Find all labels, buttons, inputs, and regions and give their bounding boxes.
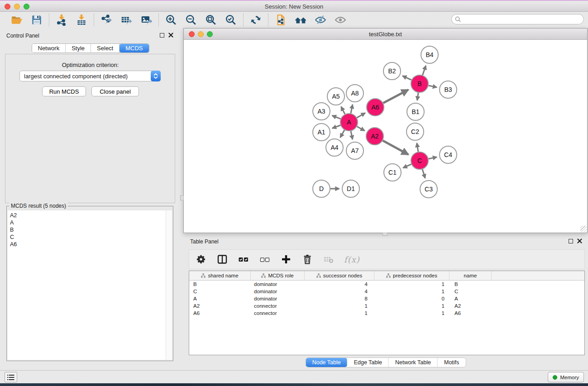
window-resize-grip[interactable] <box>580 226 587 232</box>
table-cell[interactable]: dominator <box>251 295 305 302</box>
network-canvas[interactable]: B4B2BB3A8A5A6A3B1AA1C2A2A4A7C4CC1C3DD1 <box>184 40 587 233</box>
tab-edge-table[interactable]: Edge Table <box>348 358 389 367</box>
mcds-result-item[interactable]: A <box>10 219 166 226</box>
tab-style[interactable]: Style <box>66 44 91 52</box>
graph-node-label: D1 <box>347 185 355 192</box>
tab-select[interactable]: Select <box>91 44 120 52</box>
column-header[interactable]: MCDS role <box>251 271 305 280</box>
tab-network[interactable]: Network <box>32 44 66 52</box>
delete-column-button[interactable] <box>301 253 313 265</box>
column-header[interactable]: name <box>449 271 492 280</box>
close-panel-icon[interactable] <box>577 238 582 243</box>
tab-network-table[interactable]: Network Table <box>389 358 438 367</box>
table-panel-tabs: Node TableEdge TableNetwork TableMotifs <box>306 357 466 367</box>
table-row[interactable]: Cdominator41C <box>189 288 584 295</box>
add-column-button[interactable] <box>280 253 292 265</box>
column-header[interactable]: predecessor nodes <box>374 271 449 280</box>
table-cell[interactable]: connector <box>251 310 305 317</box>
table-cell[interactable]: A <box>189 295 251 302</box>
columns-button[interactable] <box>216 253 228 265</box>
hide-eye-button[interactable] <box>314 14 327 26</box>
import-network-button[interactable] <box>55 14 68 26</box>
table-row[interactable]: A2connector11A2 <box>189 302 584 310</box>
function-builder-button[interactable]: f(x) <box>344 253 360 265</box>
table-cell[interactable]: B <box>189 281 251 288</box>
table-row[interactable]: Bdominator41B <box>189 281 584 288</box>
table-cell[interactable]: 8 <box>305 295 374 302</box>
show-eye-button[interactable] <box>334 14 347 26</box>
table-cell[interactable]: dominator <box>251 288 305 295</box>
graph-edge-A-A8 <box>351 105 353 113</box>
graph-node-label: A6 <box>371 104 379 111</box>
table-cell[interactable]: dominator <box>251 281 305 288</box>
table-cell[interactable]: 4 <box>305 281 374 288</box>
gear-button[interactable] <box>195 253 207 265</box>
table-cell[interactable]: connector <box>251 302 305 310</box>
memory-button[interactable]: Memory <box>548 372 584 382</box>
table-cell[interactable]: 1 <box>374 302 449 310</box>
table-cell[interactable]: 1 <box>374 288 449 295</box>
search-input[interactable] <box>463 15 583 24</box>
table-row[interactable]: A6connector11A6 <box>189 310 584 317</box>
mcds-result-item[interactable]: A6 <box>10 241 166 248</box>
close-panel-button[interactable]: Close panel <box>91 86 139 96</box>
table-cell[interactable]: A2 <box>449 302 492 310</box>
table-cell[interactable]: 1 <box>305 302 374 310</box>
table-cell[interactable]: A6 <box>189 310 251 317</box>
table-cell[interactable]: 4 <box>305 288 374 295</box>
mcds-result-item[interactable]: B <box>10 226 166 234</box>
graph-edge-A-A2 <box>357 127 365 131</box>
graph-node-label: A1 <box>317 129 325 136</box>
table-cell[interactable]: A2 <box>189 302 251 310</box>
table-cell[interactable]: 1 <box>374 310 449 317</box>
refresh-button[interactable] <box>249 14 262 26</box>
mcds-result-item[interactable]: C <box>10 234 166 241</box>
export-image-button[interactable] <box>140 14 153 26</box>
table-cell[interactable]: 0 <box>374 295 449 302</box>
search-field[interactable] <box>451 14 584 24</box>
table-cell[interactable]: C <box>449 288 492 295</box>
float-panel-icon[interactable] <box>160 33 164 38</box>
zoom-out-button[interactable] <box>185 14 197 26</box>
scrollbar-track[interactable] <box>166 210 172 360</box>
table-cell[interactable]: A <box>449 295 492 302</box>
network-window-titlebar: testGlobe.txt <box>184 29 587 40</box>
table-cell[interactable]: 1 <box>305 310 374 317</box>
graph-node-label: B3 <box>444 86 452 93</box>
close-panel-icon[interactable] <box>168 33 173 38</box>
table-cell[interactable]: A6 <box>449 310 492 317</box>
open-file-button[interactable] <box>10 14 23 26</box>
task-history-button[interactable] <box>5 372 17 382</box>
column-header[interactable]: shared name <box>189 271 251 280</box>
save-session-button[interactable] <box>30 14 43 26</box>
criterion-dropdown[interactable]: largest connected component (directed) <box>19 71 161 81</box>
tree-icon <box>316 273 321 278</box>
homes-button[interactable] <box>294 14 307 26</box>
vertical-divider-handle[interactable] <box>180 195 184 200</box>
graph-nodes: B4B2BB3A8A5A6A3B1AA1C2A2A4A7C4CC1C3DD1 <box>313 46 457 198</box>
tab-mcds[interactable]: MCDS <box>120 44 148 52</box>
table-cell[interactable]: C <box>189 288 251 295</box>
table-cell[interactable]: B <box>449 281 492 288</box>
tab-node-table[interactable]: Node Table <box>306 358 348 367</box>
zoom-fit-button[interactable] <box>205 14 217 26</box>
export-network-button[interactable] <box>100 14 113 26</box>
float-panel-icon[interactable] <box>569 239 573 243</box>
network-document-button[interactable] <box>274 14 287 26</box>
tab-motifs[interactable]: Motifs <box>438 358 465 367</box>
save-session-icon <box>31 14 43 26</box>
table-panel: Table Panel f(x) shared name MCDS role s… <box>183 235 588 370</box>
table-cell[interactable]: 1 <box>374 281 449 288</box>
export-table-button[interactable] <box>120 14 133 26</box>
run-mcds-button[interactable]: Run MCDS <box>42 86 86 96</box>
zoom-selected-button[interactable] <box>225 14 237 26</box>
delete-table-button[interactable] <box>323 253 335 265</box>
homes-icon <box>295 14 306 26</box>
import-table-button[interactable] <box>75 14 88 26</box>
table-row[interactable]: Adominator80A <box>189 295 584 302</box>
zoom-in-button[interactable] <box>165 14 177 26</box>
column-header[interactable]: successor nodes <box>305 271 374 280</box>
mcds-result-item[interactable]: A2 <box>10 212 166 219</box>
deselect-all-button[interactable] <box>259 253 271 265</box>
select-all-button[interactable] <box>238 253 249 265</box>
